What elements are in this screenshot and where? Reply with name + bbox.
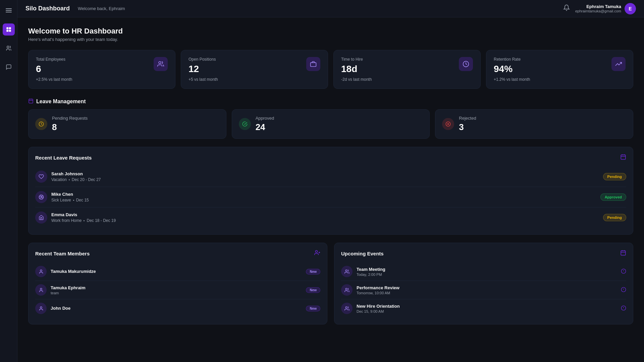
request-meta-1: Sick Leave Dec 15 (51, 198, 600, 202)
rejected-value: 3 (459, 122, 476, 132)
member-row-2: John Doe New (35, 299, 320, 317)
request-row-1: Mike Chen Sick Leave Dec 15 Approved (35, 187, 626, 207)
svg-point-34 (345, 269, 347, 271)
new-badge-2: New (306, 306, 320, 311)
svg-rect-1 (6, 10, 12, 11)
request-name-2: Emma Davis (51, 212, 603, 217)
user-name: Ephraim Tamuka (575, 4, 621, 9)
app-title: Silo Dashboard (25, 5, 70, 12)
leave-stat-approved: Approved 24 (232, 109, 430, 139)
event-name-2: New Hire Orientation (357, 304, 621, 309)
svg-point-42 (345, 306, 347, 308)
events-calendar-icon (620, 250, 626, 257)
event-info-icon-1 (621, 287, 626, 293)
stat-change-retention: +1.2% vs last month (494, 77, 530, 82)
upcoming-events-card: Upcoming Events (334, 243, 633, 324)
svg-rect-9 (311, 63, 316, 67)
rejected-label: Rejected (459, 116, 476, 121)
stat-card-employees: Total Employees 6 +2.5% vs last month (28, 50, 175, 89)
header: Silo Dashboard Welcome back, Ephraim Eph… (17, 0, 644, 17)
pending-value: 8 (52, 122, 88, 132)
svg-point-7 (7, 46, 9, 48)
request-name-1: Mike Chen (51, 192, 600, 197)
stat-value-tth: 18d (341, 64, 372, 74)
recent-requests-section: Recent Leave Requests (28, 147, 633, 235)
stat-value-positions: 12 (189, 64, 218, 74)
team-members-title: Recent Team Members (35, 251, 90, 256)
event-row-2: New Hire Orientation Dec 15, 9:00 AM (341, 299, 626, 317)
add-member-icon[interactable] (314, 250, 320, 257)
events-title: Upcoming Events (341, 251, 384, 256)
stat-change-employees: +2.5% vs last month (36, 77, 72, 82)
svg-rect-5 (6, 30, 8, 32)
sidebar-item-people[interactable] (3, 42, 15, 54)
event-row-0: Team Meeting Today, 2:00 PM (341, 262, 626, 281)
stat-label-employees: Total Employees (36, 57, 72, 62)
stat-label-positions: Open Positions (189, 57, 218, 62)
stat-change-positions: +5 vs last month (189, 77, 218, 82)
request-avatar-2 (35, 212, 47, 224)
stat-change-tth: -2d vs last month (341, 77, 372, 82)
stat-card-positions: Open Positions 12 +5 vs last month (181, 50, 328, 89)
status-badge-2: Pending (603, 214, 626, 221)
requests-calendar-icon (620, 154, 626, 161)
request-name-0: Sarah Johnson (51, 171, 603, 176)
event-info-icon-0 (621, 268, 626, 275)
sidebar-item-chat[interactable] (3, 61, 15, 73)
stat-card-time-to-hire: Time to Hire 18d -2d vs last month (333, 50, 481, 89)
leave-section-title: Leave Management (36, 99, 86, 105)
user-profile[interactable]: Ephraim Tamuka ephraimtamuka@gmail.com E (575, 3, 636, 14)
member-name-2: John Doe (51, 306, 306, 311)
avatar[interactable]: E (625, 3, 636, 14)
svg-point-24 (315, 250, 317, 252)
leave-stat-rejected: Rejected 3 (435, 109, 633, 139)
leave-stat-pending: Pending Requests 8 (28, 109, 226, 139)
svg-point-28 (40, 288, 42, 290)
event-name-0: Team Meeting (357, 267, 621, 272)
rejected-icon (442, 118, 454, 130)
svg-rect-0 (6, 8, 12, 9)
sidebar-item-dashboard[interactable] (3, 23, 15, 36)
welcome-text: Welcome back, Ephraim (78, 6, 125, 11)
status-badge-0: Pending (603, 173, 626, 180)
time-icon (459, 57, 473, 71)
svg-point-8 (159, 62, 161, 64)
requests-title: Recent Leave Requests (35, 155, 92, 161)
bottom-grid: Recent Team Members (28, 243, 633, 324)
page-subtitle: Here's what's happening with your team t… (28, 37, 633, 42)
team-members-card: Recent Team Members (28, 243, 327, 324)
user-email: ephraimtamuka@gmail.com (575, 9, 621, 13)
event-row-1: Performance Review Tomorrow, 10:00 AM (341, 281, 626, 299)
request-meta-0: Vacation Dec 20 - Dec 27 (51, 177, 603, 182)
stat-card-retention: Retention Rate 94% +1.2% vs last month (486, 50, 633, 89)
request-row-2: Emma Davis Work from Home Dec 18 - Dec 1… (35, 207, 626, 228)
stat-label-retention: Retention Rate (494, 57, 530, 62)
svg-point-38 (345, 288, 347, 290)
svg-rect-4 (9, 27, 11, 29)
member-name-0: Tamuka Makurumidze (51, 269, 306, 274)
event-time-2: Dec 15, 9:00 AM (357, 309, 621, 313)
sidebar (0, 0, 17, 362)
member-avatar-1 (35, 284, 47, 296)
positions-icon (306, 57, 320, 71)
notification-bell[interactable] (563, 4, 570, 13)
stat-value-retention: 94% (494, 64, 530, 74)
svg-rect-19 (621, 155, 626, 160)
retention-icon (611, 57, 626, 71)
approved-icon (239, 118, 251, 130)
event-time-1: Tomorrow, 10:00 AM (357, 291, 621, 295)
event-info-icon-2 (621, 305, 626, 312)
svg-point-27 (40, 269, 42, 271)
leave-stats-grid: Pending Requests 8 Approved 24 (28, 109, 633, 139)
request-meta-2: Work from Home Dec 18 - Dec 19 (51, 218, 603, 223)
member-row-1: Tamuka Ephraim team New (35, 281, 320, 299)
calendar-section-icon (28, 98, 34, 105)
content-area: Welcome to HR Dashboard Here's what's ha… (17, 17, 644, 362)
pending-icon (35, 118, 47, 130)
menu-icon[interactable] (4, 5, 14, 17)
new-badge-0: New (306, 269, 320, 275)
leave-management-header: Leave Management (28, 98, 633, 105)
event-icon-2 (341, 303, 353, 314)
svg-rect-30 (621, 251, 626, 255)
stat-label-tth: Time to Hire (341, 57, 372, 62)
